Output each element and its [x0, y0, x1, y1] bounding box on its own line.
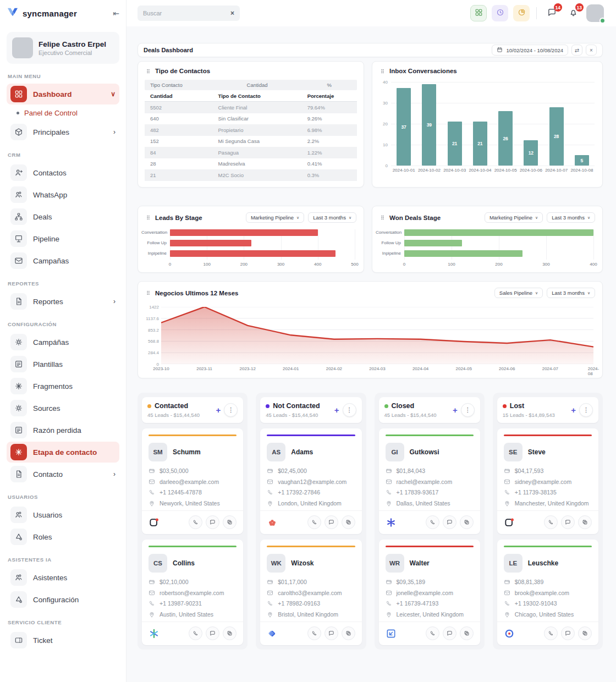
- drag-handle-icon[interactable]: [145, 68, 151, 74]
- sidebar-item-dashboard[interactable]: Dashboard∨: [7, 84, 119, 105]
- sidebar-item-contacto[interactable]: Contacto›: [7, 464, 119, 485]
- lead-card-walter[interactable]: WRWalter$09,35,189jonelle@example.com+1 …: [379, 540, 480, 645]
- bar[interactable]: 28: [549, 107, 564, 166]
- history-button[interactable]: [492, 5, 508, 21]
- bar[interactable]: [404, 250, 522, 257]
- lead-card-adams[interactable]: ASAdams$02,45,000vaughan12@example.com+1…: [260, 428, 361, 534]
- messages-button[interactable]: 14: [543, 5, 560, 21]
- sidebar-item-roles[interactable]: Roles: [7, 526, 119, 547]
- call-button[interactable]: [426, 515, 439, 529]
- call-button[interactable]: [544, 626, 558, 640]
- profile-avatar[interactable]: [586, 4, 604, 22]
- column-menu-button[interactable]: ⋮: [224, 403, 238, 417]
- user-card[interactable]: Felipe Castro Erpel Ejecutivo Comercial: [7, 32, 119, 64]
- sidebar-item-fragmentos[interactable]: Fragmentos: [7, 376, 119, 397]
- bar[interactable]: 37: [397, 88, 411, 166]
- call-button[interactable]: [189, 626, 202, 640]
- drag-handle-icon[interactable]: [145, 290, 151, 296]
- bar[interactable]: [170, 229, 318, 236]
- drag-handle-icon[interactable]: [380, 215, 386, 221]
- range-select[interactable]: Last 3 months∨: [547, 212, 595, 223]
- bar[interactable]: 21: [448, 122, 462, 166]
- add-lead-button[interactable]: +: [212, 405, 224, 415]
- copy-button[interactable]: [578, 515, 592, 529]
- reports-button[interactable]: [513, 5, 530, 21]
- bar[interactable]: 12: [524, 140, 538, 166]
- pipeline-select[interactable]: Marketing Pipeline∨: [485, 212, 543, 223]
- bar[interactable]: [170, 240, 251, 246]
- range-select[interactable]: Last 3 months∨: [547, 288, 595, 298]
- sidebar-item-etapa-de-contacto[interactable]: Etapa de contacto: [7, 442, 119, 463]
- clear-filter-button[interactable]: ×: [586, 45, 597, 56]
- sidebar-collapse-button[interactable]: ⇤: [113, 9, 119, 18]
- bar[interactable]: 39: [422, 84, 436, 166]
- table-row[interactable]: 28Madreselva0.41%: [145, 158, 357, 170]
- call-button[interactable]: [544, 515, 558, 529]
- table-row[interactable]: 152Mi Segunda Casa2.2%: [145, 136, 357, 147]
- brand-logo[interactable]: syncmanager: [7, 7, 77, 19]
- chat-button[interactable]: [324, 515, 338, 529]
- copy-button[interactable]: [578, 626, 592, 640]
- call-button[interactable]: [307, 515, 321, 529]
- date-range-picker[interactable]: 10/02/2024 - 10/08/2024: [492, 45, 568, 56]
- bar[interactable]: [404, 240, 462, 246]
- chat-button[interactable]: [206, 515, 219, 529]
- copy-button[interactable]: [460, 515, 474, 529]
- lead-card-schumm[interactable]: SMSchumm$03,50,000darleeo@example.com+1 …: [142, 428, 243, 534]
- table-row[interactable]: 482Propietario6.98%: [145, 124, 357, 136]
- bar[interactable]: 21: [473, 122, 487, 166]
- bar[interactable]: 5: [575, 155, 589, 166]
- sidebar-item-principales[interactable]: Principales›: [7, 122, 119, 142]
- add-lead-button[interactable]: +: [568, 405, 579, 415]
- search-clear-icon[interactable]: ×: [230, 9, 234, 17]
- column-menu-button[interactable]: ⋮: [343, 403, 356, 417]
- sidebar-item-deals[interactable]: Deals: [7, 206, 119, 227]
- column-menu-button[interactable]: ⋮: [579, 403, 593, 417]
- bar[interactable]: [170, 250, 336, 257]
- pipeline-select[interactable]: Marketing Pipeline∨: [246, 212, 304, 223]
- search-input[interactable]: Buscar ×: [138, 6, 240, 21]
- call-button[interactable]: [189, 515, 202, 529]
- copy-button[interactable]: [223, 515, 237, 529]
- copy-button[interactable]: [342, 515, 355, 529]
- sidebar-item-sources[interactable]: Sources: [7, 398, 119, 419]
- range-select[interactable]: Last 3 months∨: [308, 212, 356, 223]
- call-button[interactable]: [426, 626, 439, 640]
- drag-handle-icon[interactable]: [380, 68, 386, 74]
- sidebar-item-whatsapp[interactable]: WhatsApp: [7, 184, 119, 205]
- lead-card-collins[interactable]: CSCollins$02,10,000robertson@example.com…: [142, 540, 243, 645]
- lead-card-gutkowsi[interactable]: GIGutkowsi$01,84,043rachel@example.com+1…: [379, 428, 480, 534]
- apps-grid-button[interactable]: [470, 5, 487, 21]
- sidebar-item-asistentes[interactable]: Asistentes: [7, 567, 119, 588]
- copy-button[interactable]: [460, 626, 474, 640]
- sidebar-item-campanas[interactable]: Campáñas: [7, 332, 119, 353]
- column-menu-button[interactable]: ⋮: [461, 403, 475, 417]
- bar[interactable]: 26: [498, 111, 513, 166]
- chat-button[interactable]: [443, 515, 457, 529]
- sidebar-item-configuracion[interactable]: Configuración: [7, 589, 119, 610]
- table-row[interactable]: 84Pasagua1.22%: [145, 147, 357, 158]
- sidebar-item-usuarios[interactable]: Usuarios: [7, 504, 119, 525]
- sidebar-item-contactos[interactable]: Contactos: [7, 162, 119, 183]
- chat-button[interactable]: [561, 626, 575, 640]
- pipeline-select[interactable]: Sales Pipeline∨: [494, 288, 543, 298]
- sidebar-item-plantillas[interactable]: Plantillas: [7, 354, 119, 375]
- copy-button[interactable]: [342, 626, 355, 640]
- drag-handle-icon[interactable]: [145, 215, 151, 221]
- sidebar-item-reportes[interactable]: Reportes›: [7, 291, 119, 312]
- table-row[interactable]: 640Sin Clasificar9.26%: [145, 113, 357, 125]
- sidebar-item-pipeline[interactable]: Pipeline: [7, 228, 119, 249]
- notifications-button[interactable]: 13: [565, 5, 581, 21]
- add-lead-button[interactable]: +: [331, 405, 343, 415]
- sidebar-item-razon-perdida[interactable]: Razón perdida: [7, 420, 119, 441]
- table-row[interactable]: 5502Cliente Final79.64%: [145, 102, 357, 113]
- add-lead-button[interactable]: +: [449, 405, 461, 415]
- sidebar-item-campanas[interactable]: Campañas: [7, 250, 119, 271]
- lead-card-wizosk[interactable]: WKWizosk$01,17,000caroltho3@example.com+…: [260, 540, 361, 645]
- lead-card-leuschke[interactable]: LELeuschke$08,81,389brook@example.com+1 …: [497, 540, 598, 645]
- chat-button[interactable]: [561, 515, 575, 529]
- sidebar-item-ticket[interactable]: Ticket: [7, 630, 119, 651]
- lead-card-steve[interactable]: SESteve$04,17,593sidney@example.com+1 11…: [497, 428, 598, 534]
- sidebar-subitem-panel-de-control[interactable]: Panel de Control: [7, 106, 119, 120]
- refresh-button[interactable]: ⇄: [571, 45, 582, 56]
